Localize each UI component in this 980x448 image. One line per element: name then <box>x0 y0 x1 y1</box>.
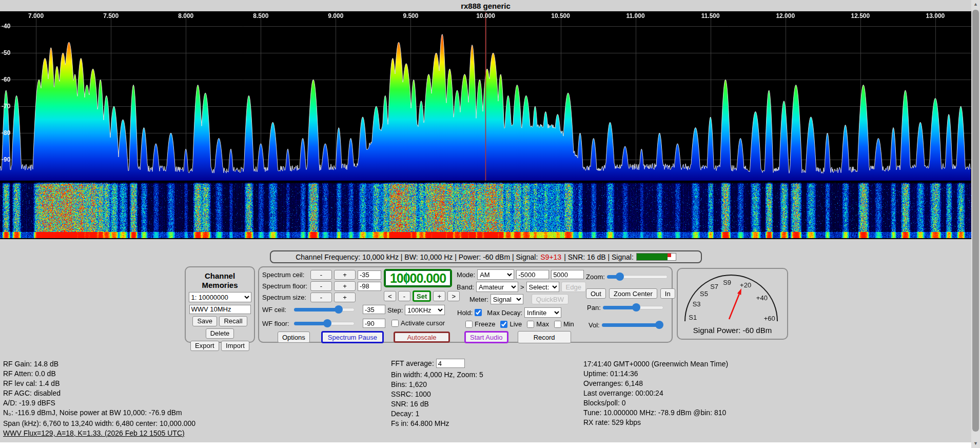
tune-text: Tune: 10.000000 MHz: -78.9 dBm @bin: 810 <box>583 408 728 417</box>
max-checkbox[interactable] <box>527 321 534 328</box>
band-select[interactable]: Amateur <box>476 282 518 292</box>
rx-rate-text: RX rate: 529 kbps <box>583 418 728 426</box>
step-label: Step: <box>387 306 403 314</box>
spectrum-ceil-minus-button[interactable]: - <box>310 270 332 280</box>
step-select[interactable]: 100KHz <box>405 305 445 315</box>
text-caret <box>406 272 407 284</box>
gauge-needle <box>729 294 739 319</box>
signal-power-reading: Signal Power: -60 dBm <box>678 326 787 335</box>
activate-cursor-checkbox[interactable] <box>391 320 399 327</box>
signal-level-green <box>637 254 668 260</box>
quickbw-button: QuickBW <box>532 294 569 304</box>
step-up-button[interactable]: + <box>433 291 445 301</box>
save-button[interactable]: Save <box>192 316 217 326</box>
step-up-big-button[interactable]: > <box>447 291 460 301</box>
wf-ceil-label: WF ceil: <box>262 306 292 314</box>
gauge-scale-label: S7 <box>710 283 718 290</box>
fft-average-input[interactable] <box>436 359 465 368</box>
bw-low-input[interactable] <box>516 270 549 279</box>
wf-ceil-input[interactable] <box>363 305 385 314</box>
spectrum-floor-plus-button[interactable]: + <box>334 281 356 291</box>
vol-slider[interactable] <box>602 321 662 329</box>
live-label: Live <box>509 320 522 328</box>
hold-checkbox[interactable] <box>475 309 482 316</box>
bin-width-text: Bin width: 4,000 Hz, Zoom: 5 <box>391 371 483 379</box>
step-down-button[interactable]: - <box>398 291 410 301</box>
signal-level-bar <box>636 253 676 261</box>
zoom-out-button[interactable]: Out <box>586 288 606 299</box>
frequency-display[interactable]: 10000.000 <box>384 269 452 287</box>
status-text-2: | SNR: 16 dB | Signal: <box>564 253 634 261</box>
scrollbar-thumb[interactable] <box>972 10 979 432</box>
rf-agc-text: RF AGC: disabled <box>3 389 195 397</box>
rf-gain-text: RF Gain: 14.8 dB <box>3 360 195 368</box>
gauge-scale-label: S1 <box>689 314 697 321</box>
spectrum-floor-input[interactable] <box>358 282 381 291</box>
meter-select[interactable]: Signal <box>491 294 523 304</box>
spectrum-ceil-label: Spectrum ceil: <box>262 271 308 279</box>
last-overrange-text: Last overrange: 00:00:24 <box>583 389 728 397</box>
zoom-in-button[interactable]: In <box>660 288 675 299</box>
options-button[interactable]: Options <box>278 332 310 343</box>
channel-memories-title: Channel Memories <box>200 271 241 290</box>
spectrum-size-minus-button[interactable]: - <box>310 293 332 302</box>
spectrum-canvas[interactable] <box>0 11 971 181</box>
gauge-needle-arrowhead <box>737 288 741 295</box>
mode-select[interactable]: AM <box>477 269 514 280</box>
record-button[interactable]: Record <box>518 331 571 343</box>
import-button[interactable]: Import <box>221 341 249 351</box>
wf-floor-slider[interactable] <box>294 319 355 327</box>
status-signal-strength: S9+13 <box>540 253 561 261</box>
fs-in-text: Fs in: 64.800 MHz <box>391 419 483 427</box>
recall-button[interactable]: Recall <box>219 316 247 326</box>
start-audio-button[interactable]: Start Audio <box>464 331 508 343</box>
spectrum-ceil-input[interactable] <box>358 270 381 280</box>
spectrum-ceil-plus-button[interactable]: + <box>334 270 356 280</box>
decay-text: Decay: 1 <box>391 410 483 418</box>
zoom-center-button[interactable]: Zoom Center <box>609 288 657 299</box>
signal-level-red <box>668 254 671 257</box>
app-root: rx888 generic 7.0007.5008.0008.5009.0009… <box>0 0 980 448</box>
gauge-scale-label: +60 <box>764 315 775 322</box>
scroll-down-arrow-icon[interactable]: ▼ <box>971 439 980 448</box>
memory-select[interactable]: 1: 10000000 <box>189 292 251 302</box>
min-checkbox[interactable] <box>554 321 561 328</box>
freeze-checkbox[interactable] <box>465 321 473 328</box>
gauge-scale-label: +40 <box>756 294 768 302</box>
scroll-up-arrow-icon[interactable]: ▲ <box>971 0 980 9</box>
export-button[interactable]: Export <box>190 341 219 351</box>
uptime-text: Uptime: 01:14:36 <box>583 369 728 378</box>
band-sub-select[interactable]: Select: <box>526 282 559 292</box>
waterfall-canvas[interactable] <box>0 183 971 238</box>
page-title: rx888 generic <box>0 0 971 11</box>
meter-label: Meter: <box>469 296 488 303</box>
spectrum-pause-button[interactable]: Spectrum Pause <box>321 331 384 343</box>
ssrc-text: SSRC: 1000 <box>391 390 483 398</box>
memory-label-input[interactable] <box>189 305 251 314</box>
autoscale-button[interactable]: Autoscale <box>394 332 450 343</box>
activate-cursor-label: Activate cursor <box>401 319 445 327</box>
live-checkbox[interactable] <box>500 321 507 328</box>
spectrum-area: 7.0007.5008.0008.5009.0009.50010.00010.5… <box>0 11 971 239</box>
bw-high-input[interactable] <box>551 270 584 279</box>
step-down-big-button[interactable]: < <box>384 291 396 301</box>
scrollbar[interactable]: ▲ ▼ <box>971 0 980 448</box>
wf-floor-input[interactable] <box>363 319 385 328</box>
mode-label: Mode: <box>457 271 475 279</box>
delete-button[interactable]: Delete <box>206 328 234 339</box>
vol-label: Vol: <box>589 321 600 329</box>
band-separator: > <box>520 283 524 291</box>
spectrum-floor-minus-button[interactable]: - <box>310 281 332 291</box>
spectrum-size-label: Spectrum size: <box>262 294 308 301</box>
zoom-slider[interactable] <box>607 272 668 281</box>
rf-lev-cal-text: RF lev cal: 1.4 dB <box>3 379 195 387</box>
pan-slider[interactable] <box>603 303 663 311</box>
spectrum-size-plus-button[interactable]: + <box>334 293 356 302</box>
wf-floor-label: WF floor: <box>262 320 292 327</box>
band-label: Band: <box>457 283 474 291</box>
info-column-middle: FFT average: Bin width: 4,000 Hz, Zoom: … <box>391 359 483 429</box>
set-frequency-button[interactable]: Set <box>413 290 431 302</box>
wf-ceil-slider[interactable] <box>294 305 355 314</box>
max-decay-select[interactable]: Infinite <box>524 307 561 318</box>
wwv-flux-link[interactable]: WWV Flux=129, A=18, K=1.33. (2026 Feb 12… <box>3 429 195 437</box>
